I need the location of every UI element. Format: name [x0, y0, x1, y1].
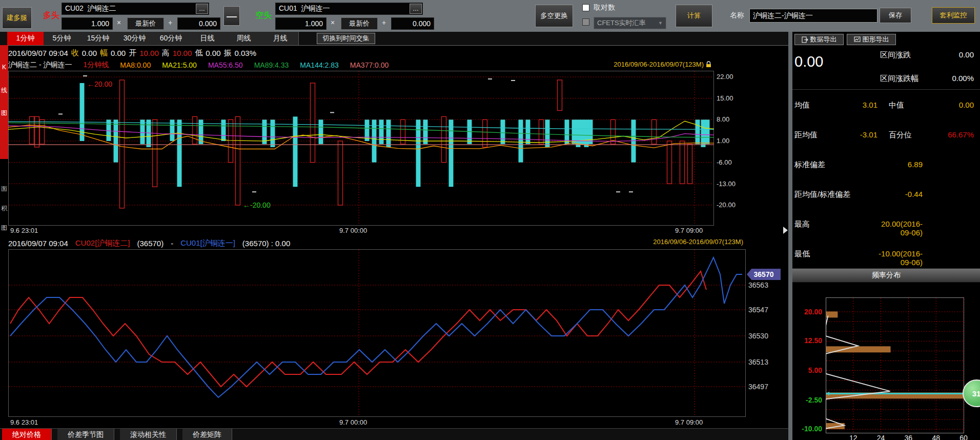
sidebar-area-char[interactable]: 图: [0, 224, 8, 232]
stat-label: 最高: [794, 219, 810, 229]
kline-y-tick: 1.00: [717, 137, 729, 145]
ohlc-field-value: 0.03%: [234, 49, 256, 57]
ohlc-field-value: 10.00: [173, 49, 192, 57]
period-tab-日线[interactable]: 日线: [189, 32, 226, 45]
svg-text:←20.00: ←20.00: [87, 80, 112, 88]
period-tab-15分钟[interactable]: 15分钟: [80, 32, 117, 45]
sidebar-kline-char: 图: [0, 109, 8, 117]
short-contract-more-button[interactable]: …: [410, 4, 422, 14]
panel-divider[interactable]: [788, 32, 792, 440]
long-offset-input[interactable]: [177, 17, 220, 30]
hist-y-tick: -10.00: [793, 425, 822, 433]
period-tab-bar: 1分钟5分钟15分钟30分钟60分钟日线周线月线: [0, 32, 788, 46]
hist-x-tick: 60: [956, 434, 971, 440]
bottom-tab-绝对价格[interactable]: 绝对价格: [2, 429, 52, 440]
short-contract-input[interactable]: [275, 3, 423, 15]
toolbar: 建多腿 多头 … × 最新价 + — 空头 … × 最新价 + 多空更换 取对数…: [0, 0, 980, 32]
period-tab-周线[interactable]: 周线: [226, 32, 262, 45]
lock-icon: [706, 61, 711, 68]
period-tab-月线[interactable]: 月线: [262, 32, 299, 45]
spread-header-part-2: (36570): [137, 239, 164, 248]
legend-ma: MA55:6.50: [208, 61, 243, 69]
period-tab-1分钟[interactable]: 1分钟: [7, 32, 44, 45]
log-checkbox[interactable]: [582, 4, 589, 11]
spread-chart-canvas[interactable]: [8, 249, 746, 417]
ohlc-field-value: 0.00: [111, 49, 126, 57]
remove-leg-button[interactable]: —: [223, 6, 240, 26]
spread-header-part-3: -: [171, 239, 173, 248]
kline-legend: 沪铜连二 - 沪铜连一1分钟线MA8:0.00MA21:5.00MA55:6.5…: [8, 59, 603, 71]
arbitrage-app-window: 建多腿 多头 … × 最新价 + — 空头 … × 最新价 + 多空更换 取对数…: [0, 0, 980, 440]
spread-header-part-0: 2016/09/07 09:04: [8, 239, 68, 248]
kline-range: 2016/09/06-2016/09/07(123M): [589, 61, 711, 68]
short-plus-sign: +: [382, 18, 386, 27]
kline-y-tick: -13.00: [717, 180, 736, 188]
stat-value: -10.00(2016-09-06): [871, 249, 923, 267]
period-tab-5分钟[interactable]: 5分钟: [44, 32, 80, 45]
short-qty-input[interactable]: [275, 17, 326, 30]
long-price-type-button[interactable]: 最新价: [127, 17, 164, 30]
sidebar-kline-tab[interactable]: [0, 45, 8, 159]
short-price-type-button[interactable]: 最新价: [341, 17, 378, 30]
fx-rate-value: CFETS实时汇率: [597, 18, 646, 28]
short-mult-sign: ×: [331, 18, 335, 27]
stat-value: 0.00%: [923, 74, 974, 83]
swap-long-short-button[interactable]: 多空更换: [535, 5, 573, 27]
long-contract-more-button[interactable]: …: [196, 4, 208, 14]
spread-range: 2016/09/06-2016/09/07(123M): [621, 238, 743, 246]
bottom-tab-滚动相关性[interactable]: 滚动相关性: [120, 429, 177, 440]
legend-ma: MA144:2.83: [300, 61, 339, 69]
spread-y-tick: 36530: [748, 332, 768, 340]
bottom-tab-价差季节图[interactable]: 价差季节图: [57, 429, 114, 440]
fx-checkbox[interactable]: [582, 18, 589, 26]
stat-label: 区间涨跌幅: [880, 74, 918, 84]
build-leg-button[interactable]: 建多腿: [2, 7, 32, 29]
kline-x-tick: 9.7 09:00: [675, 227, 716, 234]
spread-y-tick: 36563: [748, 281, 768, 289]
hist-y-tick: 5.00: [793, 366, 822, 374]
legend-ma: MA377:0.00: [350, 61, 389, 69]
stat-value: 20.00(2016-09-06): [871, 219, 923, 237]
ohlc-field-label: 低: [195, 48, 202, 58]
period-tab-60分钟[interactable]: 60分钟: [153, 32, 190, 45]
calculate-button[interactable]: 计算: [676, 5, 712, 27]
legend-pair: 沪铜连二 - 沪铜连一: [8, 61, 72, 70]
stat-label: 均值: [794, 101, 810, 110]
arbitrage-monitor-button[interactable]: 套利监控: [932, 7, 975, 24]
fx-rate-select[interactable]: CFETS实时汇率 ▼: [594, 17, 666, 29]
long-qty-input[interactable]: [62, 17, 113, 30]
bottom-tab-价差矩阵[interactable]: 价差矩阵: [182, 429, 232, 440]
sidebar-area-char[interactable]: 面: [0, 185, 8, 193]
sidebar-kline-char: K: [0, 64, 8, 71]
current-price-badge: 36570: [747, 269, 781, 280]
splitter-arrow-icon[interactable]: [783, 227, 788, 234]
long-mult-sign: ×: [117, 18, 121, 27]
short-offset-input[interactable]: [391, 17, 434, 30]
chevron-down-icon: ▼: [658, 21, 663, 26]
sidebar-area-char[interactable]: 积: [0, 204, 8, 213]
stat-label: 距均值: [794, 130, 818, 140]
stats-divider: [792, 89, 980, 90]
stat-label: 百分位: [889, 130, 912, 140]
long-contract-input[interactable]: [62, 3, 209, 15]
period-tab-30分钟[interactable]: 30分钟: [116, 32, 153, 45]
kline-y-tick: -6.00: [717, 158, 732, 166]
ohlc-field-value: 0.00: [206, 49, 220, 57]
kline-datetime: 2016/09/07 09:04: [8, 49, 68, 57]
legend-ma: MA89:4.33: [254, 61, 289, 69]
switch-time-intersection-button[interactable]: 切换到时间交集: [317, 33, 375, 44]
ohlc-field-label: 开: [129, 48, 136, 58]
kline-x-tick: 9.7 00:00: [339, 227, 380, 234]
kline-chart-canvas[interactable]: ←20.00←-20.00: [8, 71, 714, 226]
ohlc-field-value: 10.00: [139, 49, 159, 57]
spread-x-tick: 9.7 09:00: [675, 418, 716, 426]
spread-header-part-1: CU02[沪铜连二]: [75, 238, 130, 248]
stat-value: -3.01: [826, 130, 877, 139]
save-button[interactable]: 保存: [880, 8, 911, 23]
spread-name-input[interactable]: [749, 9, 877, 23]
histogram-canvas[interactable]: [826, 297, 975, 435]
hist-y-tick: 12.50: [793, 336, 822, 345]
log-checkbox-label: 取对数: [594, 3, 615, 12]
sidebar-kline-char: 线: [0, 86, 8, 95]
stat-label: 标准偏差: [794, 160, 825, 170]
